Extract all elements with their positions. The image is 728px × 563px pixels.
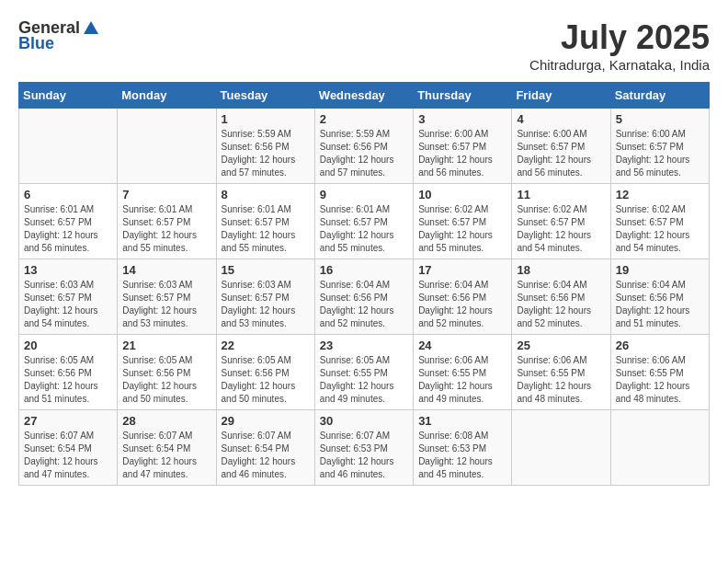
cell-sun-info: Sunrise: 6:02 AM Sunset: 6:57 PM Dayligh…: [517, 203, 605, 255]
calendar-cell: [19, 109, 118, 184]
calendar-cell: 3Sunrise: 6:00 AM Sunset: 6:57 PM Daylig…: [414, 109, 512, 184]
header-row: SundayMondayTuesdayWednesdayThursdayFrid…: [19, 83, 710, 109]
header-day: Wednesday: [314, 83, 413, 109]
cell-sun-info: Sunrise: 6:06 AM Sunset: 6:55 PM Dayligh…: [616, 354, 704, 406]
logo: General Blue: [18, 18, 100, 53]
cell-sun-info: Sunrise: 6:01 AM Sunset: 6:57 PM Dayligh…: [24, 203, 112, 255]
calendar-cell: 28Sunrise: 6:07 AM Sunset: 6:54 PM Dayli…: [118, 410, 216, 486]
day-number: 30: [320, 414, 408, 428]
day-number: 7: [122, 188, 210, 201]
calendar-week-row: 20Sunrise: 6:05 AM Sunset: 6:56 PM Dayli…: [19, 335, 710, 410]
month-title: July 2025: [529, 18, 710, 57]
title-block: July 2025 Chitradurga, Karnataka, India: [529, 18, 710, 73]
calendar-cell: 30Sunrise: 6:07 AM Sunset: 6:53 PM Dayli…: [314, 410, 413, 486]
day-number: 13: [24, 263, 112, 277]
cell-sun-info: Sunrise: 6:02 AM Sunset: 6:57 PM Dayligh…: [418, 203, 506, 255]
calendar-cell: [610, 410, 709, 486]
day-number: 5: [616, 112, 704, 126]
day-number: 27: [24, 414, 112, 428]
calendar-cell: 7Sunrise: 6:01 AM Sunset: 6:57 PM Daylig…: [118, 184, 216, 259]
header-day: Thursday: [414, 83, 512, 109]
header-day: Monday: [118, 83, 216, 109]
calendar-cell: 15Sunrise: 6:03 AM Sunset: 6:57 PM Dayli…: [216, 259, 314, 335]
day-number: 11: [517, 188, 605, 201]
calendar-cell: 31Sunrise: 6:08 AM Sunset: 6:53 PM Dayli…: [414, 410, 512, 486]
cell-sun-info: Sunrise: 6:01 AM Sunset: 6:57 PM Dayligh…: [122, 203, 210, 255]
day-number: 23: [320, 339, 408, 352]
calendar-week-row: 6Sunrise: 6:01 AM Sunset: 6:57 PM Daylig…: [19, 184, 710, 259]
calendar-cell: 1Sunrise: 5:59 AM Sunset: 6:56 PM Daylig…: [216, 109, 314, 184]
calendar-cell: 24Sunrise: 6:06 AM Sunset: 6:55 PM Dayli…: [414, 335, 512, 410]
calendar-cell: 27Sunrise: 6:07 AM Sunset: 6:54 PM Dayli…: [19, 410, 118, 486]
page-header: General Blue July 2025 Chitradurga, Karn…: [18, 18, 710, 73]
calendar-cell: 2Sunrise: 5:59 AM Sunset: 6:56 PM Daylig…: [314, 109, 413, 184]
calendar-cell: 4Sunrise: 6:00 AM Sunset: 6:57 PM Daylig…: [512, 109, 610, 184]
day-number: 25: [517, 339, 605, 352]
day-number: 22: [222, 339, 310, 352]
calendar-cell: 29Sunrise: 6:07 AM Sunset: 6:54 PM Dayli…: [216, 410, 314, 486]
cell-sun-info: Sunrise: 6:00 AM Sunset: 6:57 PM Dayligh…: [517, 128, 605, 179]
cell-sun-info: Sunrise: 6:08 AM Sunset: 6:53 PM Dayligh…: [418, 430, 506, 481]
day-number: 29: [222, 414, 310, 428]
cell-sun-info: Sunrise: 6:07 AM Sunset: 6:53 PM Dayligh…: [320, 430, 408, 481]
calendar-table: SundayMondayTuesdayWednesdayThursdayFrid…: [18, 82, 710, 486]
cell-sun-info: Sunrise: 6:07 AM Sunset: 6:54 PM Dayligh…: [122, 430, 210, 481]
day-number: 19: [616, 263, 704, 277]
cell-sun-info: Sunrise: 6:07 AM Sunset: 6:54 PM Dayligh…: [24, 430, 112, 481]
header-day: Saturday: [610, 83, 709, 109]
day-number: 4: [517, 112, 605, 126]
calendar-cell: 16Sunrise: 6:04 AM Sunset: 6:56 PM Dayli…: [314, 259, 413, 335]
cell-sun-info: Sunrise: 6:04 AM Sunset: 6:56 PM Dayligh…: [616, 279, 704, 330]
calendar-cell: 10Sunrise: 6:02 AM Sunset: 6:57 PM Dayli…: [414, 184, 512, 259]
cell-sun-info: Sunrise: 6:05 AM Sunset: 6:55 PM Dayligh…: [320, 354, 408, 406]
calendar-cell: 22Sunrise: 6:05 AM Sunset: 6:56 PM Dayli…: [216, 335, 314, 410]
day-number: 3: [418, 112, 506, 126]
cell-sun-info: Sunrise: 6:05 AM Sunset: 6:56 PM Dayligh…: [222, 354, 310, 406]
cell-sun-info: Sunrise: 6:03 AM Sunset: 6:57 PM Dayligh…: [222, 279, 310, 330]
day-number: 26: [616, 339, 704, 352]
day-number: 10: [418, 188, 506, 201]
location-title: Chitradurga, Karnataka, India: [529, 57, 710, 73]
calendar-cell: 20Sunrise: 6:05 AM Sunset: 6:56 PM Dayli…: [19, 335, 118, 410]
cell-sun-info: Sunrise: 6:06 AM Sunset: 6:55 PM Dayligh…: [517, 354, 605, 406]
cell-sun-info: Sunrise: 6:03 AM Sunset: 6:57 PM Dayligh…: [122, 279, 210, 330]
calendar-cell: 6Sunrise: 6:01 AM Sunset: 6:57 PM Daylig…: [19, 184, 118, 259]
cell-sun-info: Sunrise: 6:05 AM Sunset: 6:56 PM Dayligh…: [24, 354, 112, 406]
header-day: Sunday: [19, 83, 118, 109]
calendar-cell: 18Sunrise: 6:04 AM Sunset: 6:56 PM Dayli…: [512, 259, 610, 335]
calendar-cell: 14Sunrise: 6:03 AM Sunset: 6:57 PM Dayli…: [118, 259, 216, 335]
cell-sun-info: Sunrise: 5:59 AM Sunset: 6:56 PM Dayligh…: [222, 128, 310, 179]
calendar-cell: 5Sunrise: 6:00 AM Sunset: 6:57 PM Daylig…: [610, 109, 709, 184]
day-number: 15: [222, 263, 310, 277]
calendar-cell: 12Sunrise: 6:02 AM Sunset: 6:57 PM Dayli…: [610, 184, 709, 259]
day-number: 24: [418, 339, 506, 352]
day-number: 28: [122, 414, 210, 428]
cell-sun-info: Sunrise: 6:01 AM Sunset: 6:57 PM Dayligh…: [222, 203, 310, 255]
day-number: 1: [222, 112, 310, 126]
calendar-cell: 19Sunrise: 6:04 AM Sunset: 6:56 PM Dayli…: [610, 259, 709, 335]
calendar-cell: [512, 410, 610, 486]
cell-sun-info: Sunrise: 6:04 AM Sunset: 6:56 PM Dayligh…: [517, 279, 605, 330]
day-number: 31: [418, 414, 506, 428]
day-number: 6: [24, 188, 112, 201]
cell-sun-info: Sunrise: 6:01 AM Sunset: 6:57 PM Dayligh…: [320, 203, 408, 255]
calendar-cell: 11Sunrise: 6:02 AM Sunset: 6:57 PM Dayli…: [512, 184, 610, 259]
day-number: 17: [418, 263, 506, 277]
calendar-cell: 21Sunrise: 6:05 AM Sunset: 6:56 PM Dayli…: [118, 335, 216, 410]
day-number: 18: [517, 263, 605, 277]
cell-sun-info: Sunrise: 6:05 AM Sunset: 6:56 PM Dayligh…: [122, 354, 210, 406]
cell-sun-info: Sunrise: 6:07 AM Sunset: 6:54 PM Dayligh…: [222, 430, 310, 481]
logo-blue-text: Blue: [18, 34, 54, 53]
calendar-cell: 17Sunrise: 6:04 AM Sunset: 6:56 PM Dayli…: [414, 259, 512, 335]
cell-sun-info: Sunrise: 6:04 AM Sunset: 6:56 PM Dayligh…: [320, 279, 408, 330]
day-number: 12: [616, 188, 704, 201]
calendar-cell: 26Sunrise: 6:06 AM Sunset: 6:55 PM Dayli…: [610, 335, 709, 410]
header-day: Friday: [512, 83, 610, 109]
calendar-cell: 9Sunrise: 6:01 AM Sunset: 6:57 PM Daylig…: [314, 184, 413, 259]
cell-sun-info: Sunrise: 6:00 AM Sunset: 6:57 PM Dayligh…: [616, 128, 704, 179]
cell-sun-info: Sunrise: 6:02 AM Sunset: 6:57 PM Dayligh…: [616, 203, 704, 255]
day-number: 16: [320, 263, 408, 277]
day-number: 14: [122, 263, 210, 277]
day-number: 21: [122, 339, 210, 352]
calendar-cell: 13Sunrise: 6:03 AM Sunset: 6:57 PM Dayli…: [19, 259, 118, 335]
